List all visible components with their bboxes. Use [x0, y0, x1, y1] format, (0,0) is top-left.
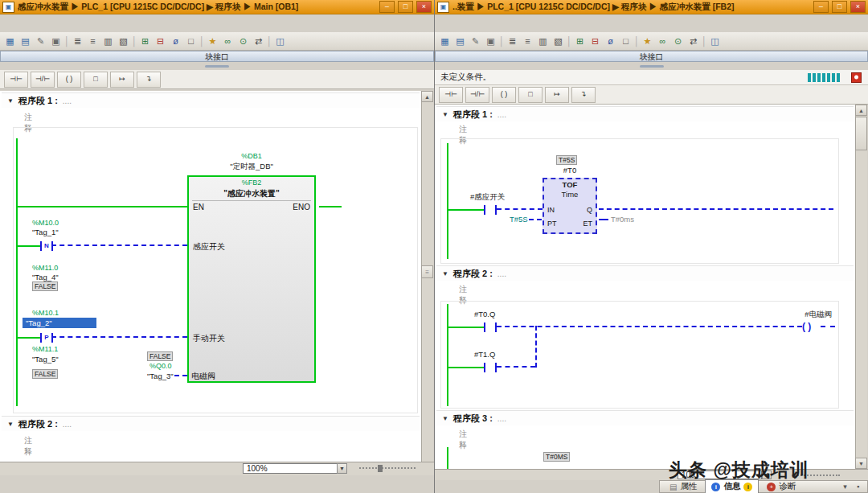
paste-icon[interactable]: ▣ — [484, 35, 497, 48]
snapshot-icon[interactable]: ⇄ — [252, 35, 265, 48]
expand-networks-icon[interactable]: ≣ — [71, 35, 84, 48]
db-address[interactable]: %DB1 — [187, 152, 316, 160]
add-network-icon[interactable]: ▦ — [438, 35, 452, 48]
collapse-networks-icon[interactable]: ≡ — [521, 35, 534, 48]
watch-values-icon[interactable]: ⊙ — [236, 35, 250, 48]
insert-row-icon[interactable]: ▤ — [453, 35, 467, 48]
snapshot-icon[interactable]: ⇄ — [686, 35, 700, 48]
network-2-title-placeholder[interactable]: .... — [497, 269, 506, 278]
network-comments-icon[interactable]: ▧ — [117, 35, 130, 48]
scroll-down-button[interactable]: ▼ — [855, 458, 867, 469]
network-2-title-placeholder[interactable]: .... — [63, 420, 72, 429]
close-branch-icon[interactable]: ↴ — [137, 72, 161, 88]
pt-value[interactable]: T#5S — [510, 215, 528, 224]
contact-operand[interactable]: #T0.Q — [474, 310, 495, 318]
open-contact-icon[interactable]: ⊣⊢ — [439, 87, 463, 103]
open-contact[interactable] — [484, 363, 497, 372]
collapse-triangle-icon[interactable]: ▼ — [442, 111, 448, 118]
interface-splitter-right[interactable] — [435, 63, 868, 70]
p-edge-contact[interactable]: P — [40, 333, 53, 343]
restore-button[interactable]: □ — [832, 1, 847, 13]
contact-operand[interactable]: #T1.Q — [474, 350, 495, 359]
vertical-scrollbar-left[interactable] — [421, 91, 433, 475]
db-name[interactable]: "定时器_DB" — [187, 162, 316, 172]
collapse-triangle-icon[interactable]: ▼ — [442, 415, 448, 422]
network-2-comment[interactable]: 注释 — [24, 435, 32, 458]
monitor-glasses-icon[interactable]: ∞ — [656, 35, 669, 48]
watch-values-icon[interactable]: ⊙ — [671, 35, 685, 48]
open-branch-icon[interactable]: ↦ — [545, 87, 569, 103]
split-editor-icon[interactable]: ◫ — [273, 35, 287, 48]
add-box-input-icon[interactable]: ⊞ — [138, 35, 152, 48]
network-1-title-placeholder[interactable]: .... — [63, 97, 72, 105]
edit-icon[interactable]: ✎ — [469, 35, 482, 48]
operand-address[interactable]: %M10.0 — [32, 219, 59, 227]
operand-address[interactable]: %M10.1 — [32, 309, 59, 317]
expand-networks-icon[interactable]: ≣ — [506, 35, 519, 48]
network-3-title-placeholder[interactable]: .... — [497, 414, 506, 423]
favorites-icon[interactable]: ★ — [206, 35, 219, 48]
zoom-slider-thumb[interactable] — [378, 465, 383, 472]
n-edge-contact[interactable]: N — [40, 241, 53, 251]
operand-address[interactable]: %M11.1 — [32, 345, 58, 353]
negate-input-icon[interactable]: ø — [169, 35, 182, 48]
empty-box-icon[interactable]: □ — [518, 87, 542, 103]
output-coil[interactable]: ( ) — [802, 321, 811, 332]
closed-contact-icon[interactable]: ⊣/⊢ — [31, 72, 55, 88]
monitor-glasses-icon[interactable]: ∞ — [221, 35, 235, 48]
operand-tag[interactable]: "Tag_5" — [32, 355, 59, 364]
window-divider[interactable] — [434, 0, 435, 493]
empty-box-icon[interactable]: □ — [84, 72, 108, 88]
coil-icon[interactable]: ( ) — [57, 72, 81, 88]
scrollbar-thumb[interactable] — [855, 117, 867, 150]
open-contact-icon[interactable]: ⊣⊢ — [4, 72, 28, 88]
coil-operand[interactable]: #电磁阀 — [784, 310, 832, 320]
open-contact[interactable] — [484, 205, 497, 215]
coil-icon[interactable]: ( ) — [492, 87, 516, 103]
empty-box-icon[interactable]: □ — [184, 35, 198, 48]
monitoring-status-icon[interactable] — [851, 72, 862, 83]
panel-dock-icon[interactable]: ▪ — [853, 482, 863, 492]
network-3-comment[interactable]: 注释 — [459, 429, 467, 451]
scroll-up-button[interactable]: ▲ — [421, 91, 433, 102]
operand-tag[interactable]: "Tag_1" — [32, 228, 59, 236]
add-box-input-icon[interactable]: ⊞ — [573, 35, 587, 48]
vertical-scrollbar-right[interactable] — [855, 105, 867, 469]
open-contact[interactable] — [484, 323, 497, 332]
remove-box-input-icon[interactable]: ⊟ — [588, 35, 602, 48]
split-editor-icon[interactable]: ◫ — [708, 35, 722, 48]
timer-instance-name[interactable]: #T0 — [542, 166, 597, 175]
network-comments-icon[interactable]: ▧ — [551, 35, 565, 48]
titlebar-left[interactable]: ▣ 感应冲水装置 ▶ PLC_1 [CPU 1215C DC/DC/DC] ▶ … — [0, 0, 434, 14]
insert-row-icon[interactable]: ▤ — [18, 35, 32, 48]
block-interface-bar-left[interactable]: 块接口 — [0, 51, 434, 62]
absolute-symbolic-icon[interactable]: ▥ — [536, 35, 550, 48]
tof-timer-block[interactable]: TOF Time IN Q PT ET — [542, 178, 597, 234]
zoom-select[interactable]: 100% — [243, 463, 347, 474]
collapse-triangle-icon[interactable]: ▼ — [7, 97, 14, 105]
collapse-networks-icon[interactable]: ≡ — [86, 35, 100, 48]
absolute-symbolic-icon[interactable]: ▥ — [101, 35, 115, 48]
negate-input-icon[interactable]: ø — [604, 35, 617, 48]
titlebar-right[interactable]: ▣ ..装置 ▶ PLC_1 [CPU 1215C DC/DC/DC] ▶ 程序… — [435, 0, 868, 14]
operand-tag[interactable]: "Tag_3" — [147, 372, 174, 380]
edit-icon[interactable]: ✎ — [34, 35, 47, 48]
remove-box-input-icon[interactable]: ⊟ — [154, 35, 167, 48]
interface-splitter-left[interactable] — [0, 63, 434, 70]
fb-call-block[interactable]: %FB2 "感应冲水装置" EN ENO 感应开关 手动开关 电磁阀 — [187, 175, 316, 383]
close-button[interactable]: × — [850, 1, 866, 13]
close-branch-icon[interactable]: ↴ — [571, 87, 596, 103]
favorites-icon[interactable]: ★ — [641, 35, 654, 48]
add-network-icon[interactable]: ▦ — [3, 35, 17, 48]
panel-minimize-icon[interactable]: ▾ — [840, 482, 850, 492]
minimize-button[interactable]: – — [813, 1, 829, 13]
paste-icon[interactable]: ▣ — [49, 35, 63, 48]
scroll-up-button[interactable]: ▲ — [855, 105, 867, 116]
operand-tag[interactable]: "Tag_4" — [32, 273, 59, 281]
operand-address[interactable]: %M11.0 — [32, 264, 58, 272]
minimize-button[interactable]: – — [379, 1, 395, 13]
selected-operand-tag[interactable]: "Tag_2" — [23, 318, 96, 328]
collapse-triangle-icon[interactable]: ▼ — [7, 421, 14, 428]
contact-operand[interactable]: #感应开关 — [470, 192, 505, 203]
zoom-slider[interactable] — [359, 467, 416, 469]
